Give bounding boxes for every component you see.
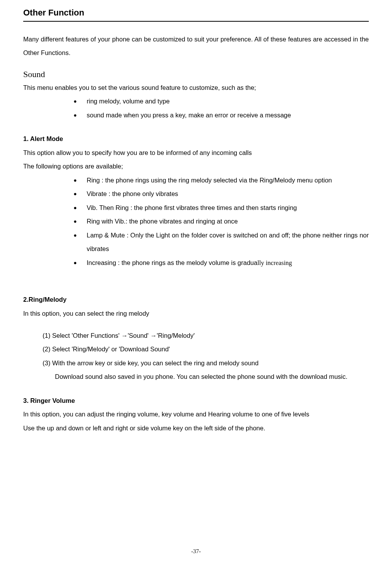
alert-mode-heading: 1. Alert Mode	[23, 132, 369, 146]
page-title: Other Function	[23, 8, 369, 18]
alert-mode-bullet-list: Ring : the phone rings using the ring me…	[74, 174, 369, 270]
step-1: (1) Select 'Other Functions' →'Sound' →'…	[43, 329, 369, 342]
step-2: (2) Select 'Ring/Melody' or 'Download So…	[43, 342, 369, 356]
list-item: Lamp & Mute : Only the Light on the fold…	[74, 229, 369, 256]
list-item: Ring with Vib.: the phone vibrates and r…	[74, 215, 369, 228]
ringer-volume-line1: In this option, you can adjust the ringi…	[23, 408, 369, 421]
sound-intro: This menu enables you to set the various…	[23, 81, 369, 95]
ringer-volume-line2: Use the up and down or left and right or…	[23, 421, 369, 435]
step-3: (3) With the arrow key or side key, you …	[43, 356, 369, 370]
list-item: Ring : the phone rings using the ring me…	[74, 174, 369, 187]
page-number: -37-	[0, 548, 392, 555]
list-item: ring melody, volume and type	[74, 95, 369, 108]
ringer-volume-heading: 3. Ringer Volume	[23, 394, 369, 408]
increasing-suffix: lly increasing	[257, 259, 292, 267]
increasing-prefix: Increasing : the phone rings as the melo…	[87, 259, 257, 266]
download-note: Download sound also saved in you phone. …	[55, 370, 369, 383]
list-item: sound made when you press a key, make an…	[74, 108, 369, 122]
sound-heading: Sound	[23, 69, 369, 79]
title-divider	[23, 21, 369, 22]
ring-melody-intro: In this option, you can select the ring …	[23, 307, 369, 320]
alert-mode-line2: The following options are available;	[23, 160, 369, 173]
list-item: Increasing : the phone rings as the melo…	[74, 256, 369, 270]
alert-mode-line1: This option allow you to specify how you…	[23, 146, 369, 160]
sound-bullet-list: ring melody, volume and type sound made …	[74, 95, 369, 122]
list-item: Vibrate : the phone only vibrates	[74, 187, 369, 201]
ring-melody-heading: 2.Ring/Melody	[23, 293, 369, 306]
intro-paragraph: Many different features of your phone ca…	[23, 33, 369, 60]
list-item: Vib. Then Ring : the phone first vibrate…	[74, 201, 369, 215]
